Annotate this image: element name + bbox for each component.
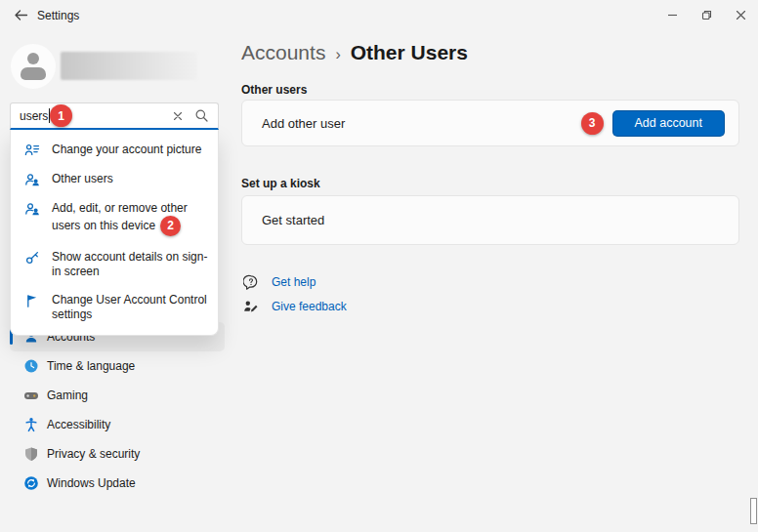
search-input[interactable] <box>11 103 167 128</box>
add-other-user-label: Add other user <box>262 116 581 131</box>
get-started-label: Get started <box>262 213 725 227</box>
restore-button[interactable] <box>691 3 722 26</box>
add-other-user-row: Add other user 3 Add account <box>241 100 739 146</box>
annotation-badge-1: 1 <box>50 104 72 127</box>
suggestion-change-uac-settings[interactable]: Change User Account Control settings <box>11 286 218 329</box>
help-links: Get help Give feedback <box>243 269 347 318</box>
help-icon <box>243 274 259 290</box>
sidebar-item-accessibility[interactable]: Accessibility <box>10 410 225 439</box>
suggestion-other-users[interactable]: Other users <box>11 165 218 194</box>
avatar-person-icon <box>27 53 39 64</box>
search-box <box>10 102 219 130</box>
key-icon <box>24 250 40 266</box>
sidebar-item-label: Accessibility <box>47 418 110 431</box>
search-icon[interactable] <box>194 108 209 123</box>
annotation-badge-2: 2 <box>160 216 181 236</box>
breadcrumb-separator: › <box>335 46 340 63</box>
sidebar-item-label: Gaming <box>47 389 88 402</box>
suggestion-label: Show account details on sign-in screen <box>52 250 207 278</box>
clear-search-icon[interactable] <box>171 109 185 123</box>
add-account-button[interactable]: Add account <box>612 110 726 137</box>
sidebar-item-label: Privacy & security <box>47 447 140 461</box>
window-title: Settings <box>37 9 79 22</box>
privacy-security-icon <box>23 446 39 462</box>
other-users-icon <box>24 172 40 187</box>
profile-row[interactable] <box>0 41 225 100</box>
gaming-icon <box>23 388 39 403</box>
time-language-icon <box>23 358 39 374</box>
suggestion-change-account-picture[interactable]: Change your account picture <box>11 136 218 165</box>
breadcrumb: Accounts › Other Users <box>241 41 468 64</box>
get-help-label: Get help <box>272 275 316 289</box>
close-button[interactable] <box>725 3 756 26</box>
add-users-icon <box>24 201 40 217</box>
give-feedback-link[interactable]: Give feedback <box>243 294 347 318</box>
suggestion-add-edit-remove-users[interactable]: Add, edit, or remove other users on this… <box>11 194 218 243</box>
sidebar-item-privacy-security[interactable]: Privacy & security <box>10 439 225 469</box>
restore-icon <box>701 10 712 20</box>
section-header-other-users: Other users <box>241 83 307 97</box>
get-help-link[interactable]: Get help <box>243 269 347 294</box>
give-feedback-label: Give feedback <box>272 300 347 313</box>
minimize-icon <box>667 10 678 20</box>
breadcrumb-accounts[interactable]: Accounts <box>241 41 325 64</box>
back-arrow-icon <box>14 9 28 21</box>
sidebar-item-windows-update[interactable]: Windows Update <box>10 469 225 498</box>
redacted-username <box>61 52 197 80</box>
feedback-icon <box>243 299 259 314</box>
suggestion-label: Change your account picture <box>52 143 201 156</box>
sidebar-item-time-language[interactable]: Time & language <box>10 351 225 381</box>
section-header-kiosk: Set up a kiosk <box>241 177 320 190</box>
titlebar: Settings <box>0 0 758 29</box>
back-button[interactable] <box>10 5 31 24</box>
flag-icon <box>24 293 40 308</box>
sidebar-nav: Accounts Time & language Gaming <box>0 322 234 498</box>
vertical-scrollbar-thumb[interactable] <box>750 498 757 524</box>
sidebar-item-gaming[interactable]: Gaming <box>10 381 225 410</box>
close-icon <box>736 10 746 20</box>
suggestion-label: Change User Account Control settings <box>52 293 207 321</box>
avatar <box>11 44 56 89</box>
accessibility-icon <box>23 417 39 432</box>
kiosk-get-started-row[interactable]: Get started <box>241 195 739 245</box>
annotation-badge-3: 3 <box>581 112 604 135</box>
page-title: Other Users <box>351 41 468 64</box>
suggestion-show-account-details[interactable]: Show account details on sign-in screen <box>11 243 218 286</box>
search-suggestions-dropdown: Change your account picture Other users <box>10 130 219 336</box>
suggestion-label: Other users <box>52 172 113 185</box>
sidebar: 1 Change your account picture <box>0 29 234 532</box>
sidebar-item-label: Windows Update <box>47 476 136 490</box>
account-picture-icon <box>24 143 40 158</box>
sidebar-item-label: Time & language <box>47 359 135 373</box>
minimize-button[interactable] <box>656 3 688 26</box>
windows-update-icon <box>23 475 39 491</box>
